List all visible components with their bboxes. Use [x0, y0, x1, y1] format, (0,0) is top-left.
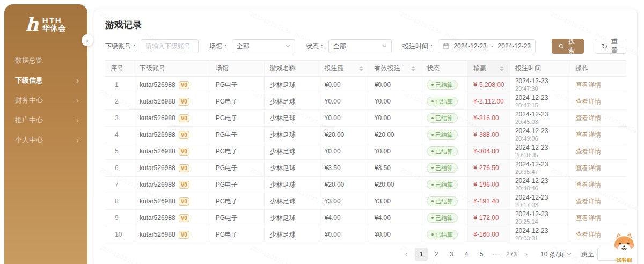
status-select[interactable]: 全部 — [328, 39, 392, 53]
main-content: 游戏记录 下级账号： 场馆： 全部 状态： 全部 投注时间： — [94, 9, 638, 264]
bet-date: 2024-12-23 — [515, 194, 565, 201]
bet-time: 20:49:06 — [515, 135, 565, 142]
pagination-page-4[interactable]: 4 — [460, 248, 473, 261]
search-button-label: 搜索 — [566, 37, 577, 55]
pagination-page-3[interactable]: 3 — [445, 248, 458, 261]
cell-winloss: ¥-160.00 — [468, 226, 510, 243]
search-button[interactable]: 搜索 — [552, 39, 584, 54]
column-header-bet[interactable]: 投注额 — [319, 61, 369, 77]
view-details-link[interactable]: 查看详情 — [576, 148, 602, 155]
sidebar-collapse-button[interactable]: ‹ — [82, 34, 93, 46]
pagination-ellipsis[interactable]: ··· — [490, 248, 503, 261]
date-range-picker[interactable]: 2024-12-23 - 2024-12-23 — [438, 39, 536, 53]
customer-service-mascot[interactable]: 找客服 — [609, 232, 640, 264]
pagination-page-273[interactable]: 273 — [505, 248, 518, 261]
search-icon — [559, 43, 564, 49]
sidebar-item-finance[interactable]: 财务中心› — [4, 90, 87, 110]
cell-valid: ¥0.00 — [369, 110, 421, 127]
date-separator: - — [491, 42, 493, 50]
view-details-link[interactable]: 查看详情 — [576, 81, 602, 89]
pagination: ‹12345···273›10 条/页跳至 — [105, 248, 626, 261]
view-details-link[interactable]: 查看详情 — [576, 214, 602, 222]
column-header-time: 投注时间 — [509, 61, 570, 77]
cell-game: 少林足球 — [264, 210, 319, 226]
cell-time: 2024-12-2320:03:31 — [509, 226, 570, 243]
sort-icon[interactable] — [359, 66, 363, 71]
status-dot-icon — [431, 167, 434, 169]
cell-venue: PG电子 — [210, 143, 264, 160]
date-end-value: 2024-12-23 — [498, 42, 531, 50]
venue-select[interactable]: 全部 — [232, 39, 295, 53]
cell-valid: ¥20.00 — [369, 127, 421, 143]
cell-status: 已结算 — [421, 127, 467, 143]
sort-icon[interactable] — [500, 66, 504, 71]
column-header-label: 状态 — [427, 64, 440, 73]
view-details-link[interactable]: 查看详情 — [576, 131, 602, 138]
status-badge-label: 已结算 — [435, 197, 453, 205]
cell-winloss: ¥-276.50 — [468, 160, 510, 177]
column-header-inner: 输赢 — [473, 64, 504, 73]
pagination-page-1[interactable]: 1 — [415, 248, 428, 261]
cell-status: 已结算 — [421, 143, 467, 160]
sidebar-item-personal[interactable]: 个人中心› — [4, 130, 87, 150]
caret-down-icon — [500, 69, 504, 71]
cell-time: 2024-12-2320:48:46 — [509, 177, 570, 193]
cell-bet: ¥0.00 — [319, 143, 369, 160]
sidebar-item-label: 个人中心 — [15, 135, 43, 145]
account-input[interactable] — [141, 39, 199, 53]
bet-time: 20:25:14 — [515, 218, 565, 225]
cell-bet: ¥20.00 — [319, 127, 369, 143]
table-body: 1kutar526988V0PG电子少林足球¥0.00¥0.00已结算¥-5,2… — [105, 77, 626, 243]
view-details-link[interactable]: 查看详情 — [576, 231, 602, 238]
status-badge: 已结算 — [427, 180, 458, 189]
chevron-right-icon: › — [76, 116, 79, 124]
status-badge: 已结算 — [427, 230, 458, 239]
cell-action: 查看详情 — [570, 143, 626, 160]
sort-icon[interactable] — [411, 66, 415, 71]
column-header-valid[interactable]: 有效投注 — [369, 61, 421, 77]
vip-level-badge: V0 — [179, 98, 189, 106]
records-table: 序号下级账号场馆游戏名称投注额有效投注状态输赢投注时间操作 1kutar5269… — [105, 60, 626, 243]
pagination-page-5[interactable]: 5 — [475, 248, 488, 261]
view-details-link[interactable]: 查看详情 — [576, 98, 602, 105]
column-header-venue: 场馆 — [210, 61, 264, 77]
view-details-link[interactable]: 查看详情 — [576, 114, 602, 122]
cell-index: 5 — [105, 143, 134, 160]
sidebar-item-promotion[interactable]: 推广中心› — [4, 110, 87, 130]
cell-index: 1 — [105, 77, 134, 93]
sidebar-item-subordinate[interactable]: 下级信息› — [4, 70, 87, 90]
column-header-action: 操作 — [570, 61, 626, 77]
sidebar-item-overview[interactable]: 数据总览 — [4, 50, 87, 70]
bet-date: 2024-12-23 — [515, 128, 565, 135]
status-badge: 已结算 — [427, 97, 458, 106]
shiba-dog-icon — [611, 232, 638, 256]
view-details-link[interactable]: 查看详情 — [576, 181, 602, 188]
sidebar-item-label: 推广中心 — [15, 115, 43, 125]
pagination-next-button[interactable]: › — [520, 248, 533, 261]
cell-action: 查看详情 — [570, 160, 626, 177]
status-badge-label: 已结算 — [435, 148, 453, 155]
column-header-account: 下级账号 — [134, 61, 210, 77]
cell-game: 少林足球 — [264, 143, 319, 160]
column-header-game: 游戏名称 — [264, 61, 319, 77]
pagination-prev-button[interactable]: ‹ — [400, 248, 413, 261]
cell-time: 2024-12-2320:47:30 — [509, 77, 570, 93]
column-header-label: 场馆 — [216, 64, 229, 73]
cell-valid: ¥3.50 — [369, 160, 421, 177]
page-size-select[interactable]: 10 条/页 — [540, 250, 572, 259]
status-badge-label: 已结算 — [435, 114, 453, 122]
cell-bet: ¥0.00 — [319, 93, 369, 110]
view-details-link[interactable]: 查看详情 — [576, 164, 602, 172]
cell-account: kutar526988V0 — [134, 110, 210, 127]
pagination-page-2[interactable]: 2 — [430, 248, 443, 261]
page-size-label: 10 条/页 — [540, 250, 564, 259]
cell-bet: ¥3.50 — [319, 160, 369, 177]
page-title: 游戏记录 — [105, 19, 626, 31]
vip-level-badge: V0 — [179, 114, 189, 122]
column-header-winloss[interactable]: 输赢 — [468, 61, 510, 77]
reset-button[interactable]: ↻ 重置 — [595, 39, 626, 54]
view-details-link[interactable]: 查看详情 — [576, 197, 602, 205]
table-row: 8kutar526988V0PG电子少林足球¥3.00¥3.00已结算¥-191… — [105, 193, 626, 210]
status-badge: 已结算 — [427, 80, 458, 90]
status-badge-label: 已结算 — [435, 98, 453, 105]
